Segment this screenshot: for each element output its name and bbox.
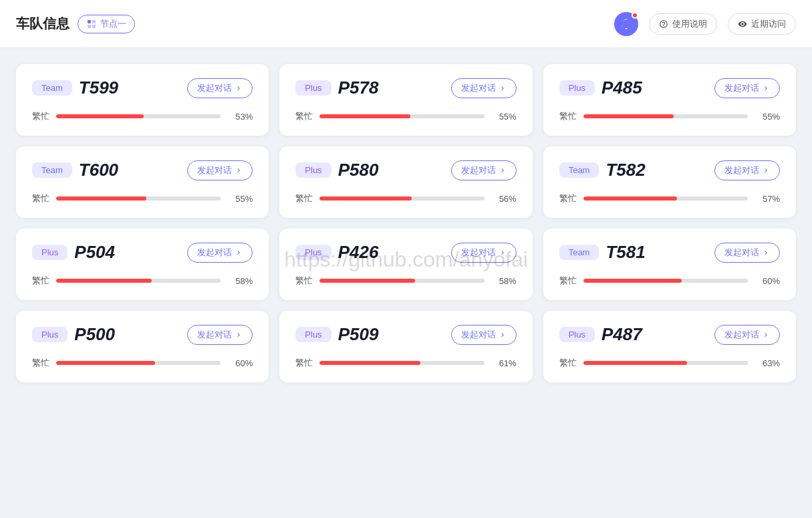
card-bottom: 繁忙 60%: [32, 357, 253, 369]
card-tag: Plus: [32, 245, 67, 260]
card-id: P485: [601, 78, 708, 98]
card-top: Team T600 发起对话: [32, 160, 253, 180]
start-conversation-button[interactable]: 发起对话: [451, 78, 517, 98]
start-conversation-button[interactable]: 发起对话: [187, 78, 253, 98]
card-top: Plus P580 发起对话: [295, 160, 516, 180]
card-bottom: 繁忙 55%: [559, 110, 780, 122]
node-badge[interactable]: 节点一: [78, 15, 135, 33]
start-conversation-button[interactable]: 发起对话: [187, 243, 253, 263]
busy-label: 繁忙: [295, 110, 313, 122]
card-top: Plus P500 发起对话: [32, 324, 253, 345]
card-id: P500: [74, 324, 180, 345]
team-card: Plus P580 发起对话 繁忙 56%: [279, 146, 532, 218]
team-card: Plus P504 发起对话 繁忙 58%: [16, 229, 269, 300]
card-bottom: 繁忙 63%: [559, 357, 780, 369]
help-label: 使用说明: [672, 18, 707, 30]
busy-percentage: 55%: [755, 112, 780, 122]
card-top: Plus P578 发起对话: [295, 78, 516, 98]
team-card: Plus P509 发起对话 繁忙 61%: [279, 311, 532, 382]
card-bottom: 繁忙 58%: [32, 275, 253, 287]
progress-fill: [583, 114, 674, 118]
card-top: Plus P426 发起对话: [295, 242, 516, 263]
team-card: Team T581 发起对话 繁忙 60%: [543, 229, 796, 300]
busy-percentage: 55%: [491, 112, 517, 122]
svg-rect-0: [88, 20, 91, 23]
start-conversation-button[interactable]: 发起对话: [451, 325, 517, 345]
busy-label: 繁忙: [32, 275, 49, 287]
start-conversation-button[interactable]: 发起对话: [187, 325, 253, 345]
progress-bar: [583, 197, 748, 201]
start-conversation-button[interactable]: 发起对话: [451, 243, 517, 263]
progress-fill: [56, 361, 155, 365]
team-card: Team T600 发起对话 繁忙 55%: [16, 146, 269, 218]
start-conversation-button[interactable]: 发起对话: [714, 243, 780, 263]
card-tag: Team: [559, 162, 599, 178]
card-tag: Plus: [559, 80, 595, 96]
start-conversation-button[interactable]: 发起对话: [451, 160, 517, 180]
card-id: T581: [605, 242, 708, 263]
page-title: 车队信息: [16, 15, 70, 33]
card-bottom: 繁忙 56%: [295, 192, 516, 205]
busy-percentage: 58%: [491, 276, 517, 286]
cards-grid: Team T599 发起对话 繁忙 53% Plus P578 发起对话: [16, 64, 796, 382]
card-tag: Plus: [559, 327, 595, 342]
svg-rect-3: [92, 25, 96, 28]
busy-percentage: 60%: [755, 276, 780, 286]
busy-label: 繁忙: [295, 275, 313, 287]
recent-button[interactable]: 近期访问: [728, 13, 796, 35]
card-id: P487: [601, 324, 708, 345]
card-id: P580: [338, 160, 444, 180]
main-content: Team T599 发起对话 繁忙 53% Plus P578 发起对话: [0, 48, 812, 398]
help-button[interactable]: 使用说明: [649, 13, 717, 35]
progress-bar: [319, 361, 484, 365]
progress-fill: [319, 197, 412, 201]
progress-bar: [583, 114, 748, 118]
svg-rect-2: [88, 25, 91, 28]
page-header: 车队信息 节点一 使用说明: [0, 0, 812, 48]
card-id: T599: [79, 78, 181, 98]
busy-label: 繁忙: [295, 357, 313, 369]
busy-percentage: 58%: [227, 276, 253, 286]
card-tag: Plus: [295, 162, 331, 178]
start-conversation-button[interactable]: 发起对话: [187, 160, 253, 180]
busy-label: 繁忙: [32, 192, 49, 205]
busy-label: 繁忙: [559, 357, 577, 369]
card-tag: Team: [32, 162, 72, 178]
card-tag: Team: [559, 245, 599, 260]
card-id: T600: [79, 160, 181, 180]
card-bottom: 繁忙 55%: [32, 192, 253, 205]
progress-bar: [319, 114, 484, 118]
card-id: P578: [338, 78, 444, 98]
start-conversation-button[interactable]: 发起对话: [714, 325, 780, 345]
header-right: 使用说明 近期访问: [614, 12, 796, 36]
progress-fill: [583, 197, 677, 201]
start-conversation-button[interactable]: 发起对话: [714, 160, 780, 180]
team-card: Plus P426 发起对话 繁忙 58%: [279, 229, 532, 300]
progress-bar: [56, 279, 221, 283]
busy-percentage: 53%: [227, 112, 253, 122]
alert-dot: [632, 12, 638, 19]
card-top: Team T582 发起对话: [559, 160, 780, 180]
card-id: P504: [74, 242, 180, 263]
progress-bar: [583, 279, 748, 283]
card-bottom: 繁忙 58%: [295, 275, 516, 287]
busy-percentage: 55%: [227, 194, 253, 204]
card-bottom: 繁忙 57%: [559, 192, 780, 205]
card-top: Plus P509 发起对话: [295, 324, 516, 345]
progress-bar: [56, 361, 221, 365]
team-card: Team T599 发起对话 繁忙 53%: [16, 64, 269, 136]
busy-label: 繁忙: [32, 357, 49, 369]
card-tag: Team: [32, 80, 72, 96]
start-conversation-button[interactable]: 发起对话: [714, 78, 780, 98]
team-card: Team T582 发起对话 繁忙 57%: [543, 146, 796, 218]
progress-fill: [583, 361, 687, 365]
header-left: 车队信息 节点一: [16, 15, 135, 33]
card-tag: Plus: [32, 327, 67, 342]
team-card: Plus P578 发起对话 繁忙 55%: [279, 64, 532, 136]
card-tag: Plus: [295, 245, 331, 260]
busy-label: 繁忙: [559, 275, 577, 287]
busy-percentage: 60%: [227, 358, 253, 368]
alert-button[interactable]: [614, 12, 638, 36]
progress-bar: [319, 279, 484, 283]
busy-percentage: 56%: [491, 194, 517, 204]
